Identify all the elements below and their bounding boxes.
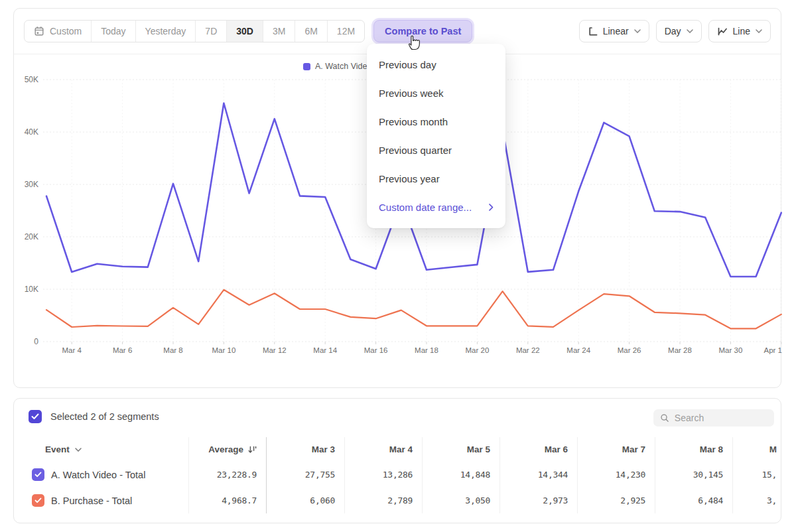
segment-value-cell: 6,060 — [267, 488, 344, 513]
linear-axis-icon — [588, 27, 598, 36]
date-range-label: Today — [101, 26, 125, 36]
segments-header: Selected 2 of 2 segments — [14, 399, 781, 437]
menu-item-previous-year[interactable]: Previous year — [367, 165, 505, 193]
svg-text:0: 0 — [34, 337, 38, 346]
svg-text:Mar 30: Mar 30 — [719, 346, 743, 354]
day-column-header[interactable]: Mar 8 — [655, 437, 732, 462]
chart-options-group: Linear Day Line — [579, 20, 771, 42]
svg-text:Mar 16: Mar 16 — [364, 346, 388, 354]
svg-text:Mar 14: Mar 14 — [313, 346, 337, 354]
svg-text:30K: 30K — [25, 180, 38, 189]
scale-dropdown-button[interactable]: Linear — [579, 20, 649, 42]
date-range-yesterday[interactable]: Yesterday — [135, 21, 196, 42]
select-all-checkbox[interactable] — [29, 410, 42, 423]
svg-text:Mar 28: Mar 28 — [668, 346, 692, 354]
average-column-header[interactable]: Average — [189, 437, 267, 462]
date-range-12m[interactable]: 12M — [327, 21, 364, 42]
svg-text:Mar 18: Mar 18 — [415, 346, 438, 354]
segment-value-cell: 27,755 — [267, 462, 344, 488]
date-range-3m[interactable]: 3M — [263, 21, 295, 42]
segment-value-cell: 14,230 — [577, 462, 655, 488]
date-range-custom[interactable]: Custom — [25, 21, 91, 42]
selected-summary-label: Selected 2 of 2 segments — [50, 411, 159, 422]
search-input[interactable] — [675, 413, 767, 423]
check-icon — [31, 413, 39, 420]
svg-text:Mar 8: Mar 8 — [163, 346, 182, 354]
segment-value-cell: 6,484 — [655, 488, 732, 513]
chart-type-dropdown-button[interactable]: Line — [708, 20, 771, 42]
chevron-down-icon — [687, 29, 693, 33]
segment-value-cell-clipped: 3, — [732, 488, 781, 513]
segment-value-cell: 14,344 — [499, 462, 577, 488]
segment-row-checkbox[interactable] — [32, 494, 44, 507]
segment-value-cell: 14,848 — [422, 462, 499, 488]
event-column-header[interactable]: Event — [14, 437, 189, 462]
segment-average-cell: 23,228.9 — [189, 462, 267, 488]
date-range-30d[interactable]: 30D — [226, 21, 263, 42]
check-icon — [34, 472, 42, 478]
date-range-label: 6M — [304, 26, 317, 36]
segment-value-cell: 13,286 — [344, 462, 422, 488]
svg-text:10K: 10K — [25, 285, 38, 294]
svg-text:50K: 50K — [25, 75, 38, 84]
segments-search — [653, 409, 774, 427]
segment-value-cell: 2,925 — [577, 488, 655, 513]
svg-text:Mar 12: Mar 12 — [263, 346, 287, 354]
segment-row-label-cell: B. Purchase - Total — [14, 488, 189, 513]
menu-item-label: Previous quarter — [379, 145, 452, 156]
chevron-down-icon — [756, 29, 762, 33]
svg-text:Mar 10: Mar 10 — [212, 346, 236, 354]
segment-row-label: B. Purchase - Total — [51, 496, 132, 506]
menu-item-previous-month[interactable]: Previous month — [367, 107, 505, 136]
menu-item-custom-date-range[interactable]: Custom date range... — [367, 193, 505, 222]
menu-item-label: Previous day — [379, 59, 436, 70]
chevron-down-icon — [75, 448, 82, 452]
day-column-header[interactable]: Mar 6 — [499, 437, 577, 462]
menu-item-previous-day[interactable]: Previous day — [367, 50, 505, 79]
day-column-header[interactable]: Mar 5 — [422, 437, 499, 462]
compare-to-past-button[interactable]: Compare to Past — [373, 20, 472, 42]
interval-dropdown-button[interactable]: Day — [656, 20, 702, 42]
svg-text:Mar 4: Mar 4 — [62, 346, 82, 354]
segments-card: Selected 2 of 2 segments EventAverageMar… — [13, 398, 781, 523]
svg-text:Mar 26: Mar 26 — [618, 346, 641, 354]
line-chart-icon — [717, 27, 728, 36]
chevron-right-icon — [489, 204, 494, 211]
chart-type-label: Line — [733, 26, 750, 36]
segment-row-checkbox[interactable] — [32, 468, 44, 481]
segment-value-cell-clipped: 15, — [732, 462, 781, 488]
scale-label: Linear — [603, 26, 629, 36]
date-range-label: 3M — [273, 26, 285, 36]
date-range-6m[interactable]: 6M — [295, 21, 326, 42]
day-column-header[interactable]: Mar 7 — [577, 437, 655, 462]
menu-item-label: Previous month — [379, 116, 448, 127]
segment-value-cell: 2,789 — [344, 488, 422, 513]
date-range-group: CustomTodayYesterday7D30D3M6M12M — [24, 20, 365, 42]
menu-item-label: Previous year — [379, 173, 440, 184]
svg-text:Mar 24: Mar 24 — [566, 346, 590, 354]
sort-descending-icon[interactable] — [248, 446, 257, 454]
date-range-today[interactable]: Today — [91, 21, 135, 42]
date-range-label: 7D — [205, 26, 217, 36]
date-range-label: Yesterday — [145, 26, 186, 36]
menu-item-label: Custom date range... — [379, 202, 472, 213]
date-range-label: 12M — [337, 26, 355, 36]
date-range-7d[interactable]: 7D — [195, 21, 226, 42]
check-icon — [34, 498, 42, 503]
event-header-label: Event — [45, 444, 70, 454]
segment-value-cell: 2,973 — [499, 488, 577, 513]
menu-item-previous-quarter[interactable]: Previous quarter — [367, 136, 505, 165]
interval-label: Day — [665, 26, 681, 36]
calendar-icon — [34, 26, 44, 36]
day-column-header[interactable]: Mar 4 — [344, 437, 422, 462]
svg-text:40K: 40K — [25, 127, 38, 137]
svg-text:20K: 20K — [25, 232, 38, 241]
svg-text:Apr 1: Apr 1 — [764, 346, 783, 354]
date-range-label: Custom — [50, 26, 82, 36]
day-column-header[interactable]: Mar 3 — [267, 437, 344, 462]
menu-item-label: Previous week — [379, 88, 444, 99]
menu-item-previous-week[interactable]: Previous week — [367, 79, 505, 107]
segment-row-label: A. Watch Video - Total — [51, 470, 145, 480]
svg-text:Mar 6: Mar 6 — [113, 346, 132, 354]
day-column-header-clipped: M — [732, 437, 781, 462]
